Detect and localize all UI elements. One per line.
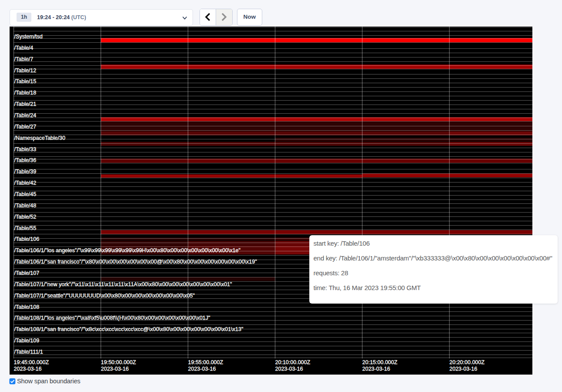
svg-text:/Table/4: /Table/4 [14, 44, 33, 51]
svg-text:/Table/106/1/"san francisco"/": /Table/106/1/"san francisco"/"\x80\x00\x… [14, 259, 257, 265]
svg-text:/Table/111/1: /Table/111/1 [14, 349, 43, 355]
svg-text:/Table/39: /Table/39 [14, 169, 36, 175]
svg-text:/Table/106: /Table/106 [14, 236, 39, 242]
svg-text:/Table/108/1/"san francisco"/": /Table/108/1/"san francisco"/"\x8c\xcc\x… [14, 326, 243, 332]
svg-text:/System/tsd: /System/tsd [14, 34, 42, 40]
svg-text:2023-03-16: 2023-03-16 [188, 365, 216, 372]
svg-text:/Table/106/1/"los angeles"/"\x: /Table/106/1/"los angeles"/"\x99\x99\x99… [14, 247, 240, 253]
svg-text:/Table/52: /Table/52 [14, 213, 36, 220]
svg-text:/Table/24: /Table/24 [14, 112, 36, 118]
svg-text:20:20:00.000Z: 20:20:00.000Z [449, 359, 484, 365]
svg-text:2023-03-16: 2023-03-16 [14, 365, 41, 372]
svg-text:/NamespaceTable/30: /NamespaceTable/30 [14, 135, 65, 141]
svg-text:/Table/107/1/"seattle"/"UUUUUU: /Table/107/1/"seattle"/"UUUUUUUD\x00\x80… [14, 292, 195, 298]
svg-text:/Table/55: /Table/55 [14, 225, 36, 231]
svg-text:19:50:00.000Z: 19:50:00.000Z [101, 359, 136, 365]
svg-text:/Table/107: /Table/107 [14, 270, 39, 276]
svg-text:2023-03-16: 2023-03-16 [362, 365, 390, 372]
svg-text:20:15:00.000Z: 20:15:00.000Z [362, 359, 397, 365]
svg-text:/Table/12: /Table/12 [14, 67, 36, 73]
svg-text:2023-03-16: 2023-03-16 [275, 365, 303, 372]
svg-text:/Table/48: /Table/48 [14, 202, 36, 208]
svg-text:/Table/18: /Table/18 [14, 90, 36, 96]
svg-text:/Table/108/1/"los angeles"/"\x: /Table/108/1/"los angeles"/"\xa8\xf5\u00… [14, 315, 210, 321]
svg-text:/Table/33: /Table/33 [14, 146, 36, 152]
svg-text:/Table/107/1/"new york"/"\x11\: /Table/107/1/"new york"/"\x11\x11\x11\x1… [14, 281, 232, 287]
svg-text:2023-03-16: 2023-03-16 [449, 365, 477, 372]
svg-text:/Table/42: /Table/42 [14, 180, 36, 186]
svg-text:/Table/108: /Table/108 [14, 304, 39, 310]
svg-text:/Table/45: /Table/45 [14, 191, 36, 197]
svg-text:2023-03-16: 2023-03-16 [101, 365, 129, 372]
svg-text:19:45:00.000Z: 19:45:00.000Z [14, 359, 49, 365]
svg-text:/Table/7: /Table/7 [14, 56, 33, 62]
svg-text:/Table/109: /Table/109 [14, 338, 39, 344]
svg-text:20:10:00.000Z: 20:10:00.000Z [275, 359, 310, 365]
svg-text:/Table/27: /Table/27 [14, 123, 36, 129]
svg-text:/Table/36: /Table/36 [14, 157, 36, 163]
svg-text:19:55:00.000Z: 19:55:00.000Z [188, 359, 223, 365]
svg-text:/Table/15: /Table/15 [14, 78, 36, 84]
svg-text:/Table/21: /Table/21 [14, 101, 36, 107]
